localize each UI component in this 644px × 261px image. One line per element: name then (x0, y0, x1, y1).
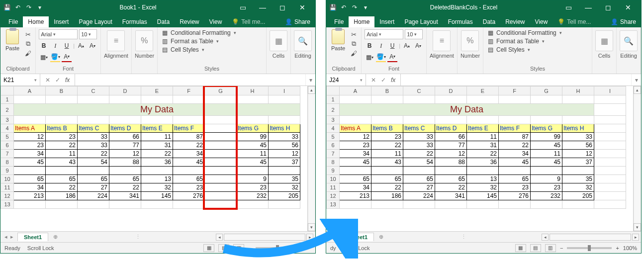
shrink-font-icon[interactable]: A▾ (88, 41, 97, 51)
scroll-down-icon[interactable]: ▾ (634, 223, 641, 231)
close-icon[interactable]: ✕ (618, 0, 638, 14)
font-color-icon[interactable]: A▾ (62, 52, 72, 62)
font-size-dropdown[interactable]: 10▾ (405, 29, 423, 39)
fill-color-icon[interactable]: 🪣▾ (376, 52, 386, 62)
cut-icon[interactable]: ✂ (23, 30, 32, 38)
scroll-down-icon[interactable]: ▾ (308, 223, 315, 231)
cell-styles-button[interactable]: ▤Cell Styles▾ (486, 46, 562, 53)
editing-icon[interactable]: 🔍 (294, 30, 312, 51)
scroll-up-icon[interactable]: ▴ (308, 86, 315, 94)
view-page-layout-icon[interactable]: ▤ (218, 244, 229, 252)
expand-formula-bar-icon[interactable]: ▾ (305, 74, 315, 86)
sheet-tab[interactable]: Sheet1 (343, 233, 374, 241)
view-page-break-icon[interactable]: ▥ (545, 244, 556, 252)
view-page-layout-icon[interactable]: ▤ (530, 244, 541, 252)
format-as-table-button[interactable]: ▥Format as Table▾ (486, 38, 562, 45)
alignment-icon[interactable]: ≡ (107, 30, 125, 51)
tab-data[interactable]: Data (478, 16, 500, 27)
worksheet-grid[interactable]: ABCDEFGHI12My Data34Items AItems BItems … (326, 86, 626, 209)
vertical-scrollbar[interactable]: ▴▾ (307, 86, 315, 231)
font-color-icon[interactable]: A▾ (387, 52, 397, 62)
qat-more-icon[interactable]: ▾ (36, 4, 43, 11)
alignment-icon[interactable]: ≡ (433, 30, 451, 51)
view-page-break-icon[interactable]: ▥ (233, 244, 244, 252)
close-icon[interactable]: ✕ (292, 0, 312, 14)
fx-icon[interactable]: fx (391, 77, 395, 84)
view-normal-icon[interactable]: ▦ (203, 244, 214, 252)
cells-icon[interactable]: ▦ (270, 30, 287, 51)
cell-styles-button[interactable]: ▤Cell Styles▾ (161, 46, 236, 53)
enter-formula-icon[interactable]: ✓ (55, 77, 60, 84)
minimize-icon[interactable]: — (253, 0, 273, 14)
format-painter-icon[interactable]: 🖌 (23, 49, 32, 57)
fill-color-icon[interactable]: 🪣▾ (50, 52, 60, 62)
zoom-out-icon[interactable]: − (248, 245, 251, 251)
conditional-formatting-button[interactable]: ▦Conditional Formatting▾ (486, 29, 562, 36)
paste-button[interactable]: Paste (329, 29, 347, 51)
font-name-dropdown[interactable]: Arial▾ (39, 29, 78, 39)
italic-button[interactable]: I (50, 41, 60, 51)
borders-icon[interactable]: ▦▾ (365, 52, 374, 62)
maximize-icon[interactable]: ◻ (273, 0, 292, 14)
tab-insert[interactable]: Insert (49, 16, 74, 27)
tell-me-search[interactable]: 💡 Tell me... (229, 16, 268, 27)
horizontal-scrollbar[interactable]: ◂▸ (542, 234, 641, 241)
tab-formulas[interactable]: Formulas (443, 16, 478, 27)
bold-button[interactable]: B (39, 41, 49, 51)
tab-nav-next-icon[interactable]: ▸ (10, 234, 13, 240)
formula-input[interactable] (75, 74, 305, 86)
ribbon-options-icon[interactable]: ▭ (233, 0, 253, 14)
copy-icon[interactable]: ⧉ (349, 40, 358, 48)
name-box[interactable]: K21▾ (0, 74, 40, 86)
format-painter-icon[interactable]: 🖌 (349, 49, 358, 57)
tab-home[interactable]: Home (23, 16, 49, 27)
shrink-font-icon[interactable]: A▾ (413, 41, 423, 51)
editing-icon[interactable]: 🔍 (620, 30, 638, 51)
tab-nav-next-icon[interactable]: ▸ (336, 234, 339, 240)
save-icon[interactable]: 💾 (3, 4, 10, 11)
zoom-slider[interactable] (567, 247, 612, 249)
tab-file[interactable]: File (329, 16, 349, 27)
enter-formula-icon[interactable]: ✓ (381, 77, 386, 84)
tab-review[interactable]: Review (175, 16, 204, 27)
vertical-scrollbar[interactable]: ▴▾ (633, 86, 641, 231)
tab-insert[interactable]: Insert (374, 16, 399, 27)
share-button[interactable]: 👤 Share (606, 16, 641, 27)
sheet-tab[interactable]: Sheet1 (17, 233, 48, 241)
horizontal-scrollbar[interactable]: ◂▸ (216, 234, 315, 241)
zoom-in-icon[interactable]: + (616, 245, 619, 251)
tab-page-layout[interactable]: Page Layout (74, 16, 117, 27)
tell-me-search[interactable]: 💡 Tell me... (554, 16, 594, 27)
tab-formulas[interactable]: Formulas (117, 16, 152, 27)
new-sheet-button[interactable]: ⊕ (376, 233, 386, 242)
tab-file[interactable]: File (3, 16, 23, 27)
copy-icon[interactable]: ⧉ (23, 40, 32, 48)
font-name-dropdown[interactable]: Arial▾ (365, 29, 403, 39)
qat-more-icon[interactable]: ▾ (362, 4, 369, 11)
zoom-out-icon[interactable]: − (560, 245, 563, 251)
ribbon-options-icon[interactable]: ▭ (558, 0, 578, 14)
cancel-formula-icon[interactable]: ✕ (371, 77, 376, 84)
cells-icon[interactable]: ▦ (595, 30, 613, 51)
formula-input[interactable] (401, 74, 631, 86)
zoom-slider[interactable] (256, 247, 300, 249)
tab-nav-prev-icon[interactable]: ◂ (330, 234, 333, 240)
view-normal-icon[interactable]: ▦ (515, 244, 526, 252)
italic-button[interactable]: I (376, 41, 386, 51)
undo-icon[interactable]: ↶ (340, 4, 347, 11)
undo-icon[interactable]: ↶ (14, 4, 21, 11)
bold-button[interactable]: B (365, 41, 374, 51)
redo-icon[interactable]: ↷ (351, 4, 358, 11)
font-size-dropdown[interactable]: 10▾ (79, 29, 97, 39)
zoom-in-icon[interactable]: + (304, 245, 307, 251)
number-format-icon[interactable]: % (461, 30, 479, 51)
tab-view[interactable]: View (530, 16, 553, 27)
number-format-icon[interactable]: % (135, 30, 153, 51)
maximize-icon[interactable]: ◻ (598, 0, 618, 14)
tab-view[interactable]: View (204, 16, 227, 27)
expand-formula-bar-icon[interactable]: ▾ (631, 74, 641, 86)
conditional-formatting-button[interactable]: ▦Conditional Formatting▾ (161, 29, 236, 36)
tab-home[interactable]: Home (349, 16, 374, 27)
tab-data[interactable]: Data (152, 16, 175, 27)
borders-icon[interactable]: ▦▾ (39, 52, 49, 62)
